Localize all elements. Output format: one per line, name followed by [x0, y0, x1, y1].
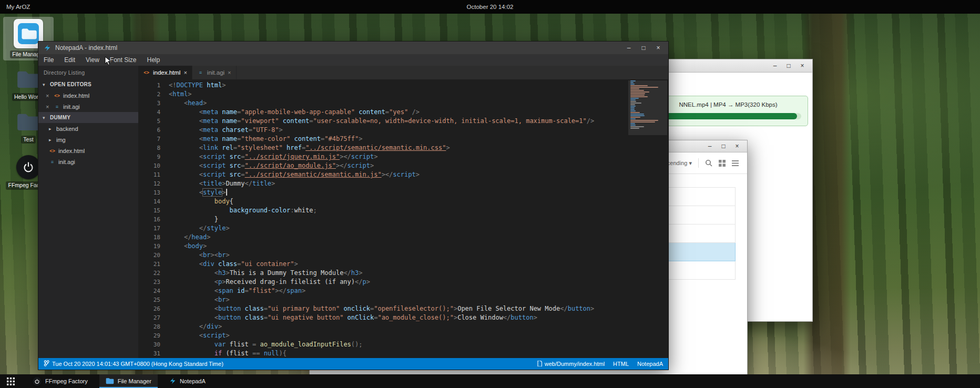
tab-label: init.agi: [207, 69, 224, 76]
code-text: <script src="../script/semantic/semantic…: [169, 170, 420, 179]
code-line: 7 <meta name="theme-color" content="#4b7…: [138, 135, 630, 144]
close-button[interactable]: ×: [651, 44, 665, 52]
code-text: <br><br>: [169, 251, 230, 260]
notepada-icon: [44, 44, 51, 52]
grid-view-icon[interactable]: [719, 160, 726, 167]
code-line: 2<html>: [138, 90, 630, 99]
tree-section-label: OPEN EDITORS: [50, 81, 91, 87]
code-text: <span id="flist"></span>: [169, 287, 305, 295]
chevron-right-icon: ▸: [49, 137, 54, 142]
code-line: 4 <meta name="apple-mobile-web-app-capab…: [138, 108, 630, 117]
tree-folder-backend[interactable]: ▸backend: [38, 123, 138, 134]
minimap-viewport[interactable]: [628, 80, 667, 135]
taskbar-item-label: File Manager: [118, 378, 151, 384]
line-number: 10: [138, 161, 169, 170]
code-text: <link rel="stylesheet" href="../script/s…: [169, 144, 450, 152]
code-line: 18 </head>: [138, 233, 630, 242]
line-number: 21: [138, 260, 169, 269]
tree-file-init-agi[interactable]: ≡init.agi: [38, 156, 138, 167]
tree-openfile-index-html[interactable]: ×<>index.html: [38, 90, 138, 101]
maximize-button[interactable]: □: [718, 142, 729, 150]
line-number: 31: [138, 349, 169, 358]
maximize-button[interactable]: □: [783, 62, 794, 69]
minimize-button[interactable]: –: [622, 44, 636, 52]
top-bar: My ArOZ October 20 14:02: [0, 0, 980, 14]
tree-openfile-init-agi[interactable]: ×≡init.agi: [38, 101, 138, 112]
open-file-path[interactable]: web/Dummy/index.html: [537, 361, 605, 367]
line-number: 18: [138, 233, 169, 242]
close-file-icon[interactable]: ×: [46, 104, 51, 110]
tree-folder-img[interactable]: ▸img: [38, 134, 138, 145]
tree-section-open-editors[interactable]: ▾OPEN EDITORS: [38, 79, 138, 90]
desktop-icon-label: Test: [21, 136, 35, 144]
minimap[interactable]: [630, 80, 662, 358]
tree-section-dummy[interactable]: ▾DUMMY: [38, 112, 138, 123]
taskbar-item-label: FFmpeg Factory: [45, 378, 88, 384]
code-text: <title>Dummy</title>: [169, 179, 275, 188]
line-number: 6: [138, 126, 169, 135]
line-number: 30: [138, 340, 169, 349]
menu-file[interactable]: File: [38, 54, 59, 66]
notepada-window[interactable]: NotepadA - index.html – □ × FileEditView…: [38, 41, 669, 370]
maximize-button[interactable]: □: [637, 44, 650, 52]
code-line: 30 var flist = ao_module_loadInputFiles(…: [138, 340, 630, 349]
taskbar-item-ffmpeg-factory[interactable]: FFmpeg Factory: [26, 374, 94, 388]
code-text: background-color:white;: [169, 206, 317, 215]
html-file-icon: <>: [143, 70, 150, 75]
code-line: 20 <br><br>: [138, 251, 630, 260]
folder-icon: [16, 70, 40, 91]
conversion-task-label: NNEL.mp4 | MP4 → MP3(320 Kbps): [655, 101, 801, 108]
code-line: 5 <meta name="viewport" content="user-sc…: [138, 117, 630, 126]
start-menu-button[interactable]: [0, 374, 21, 388]
close-tab-icon[interactable]: ×: [228, 69, 231, 76]
tab-init-agi[interactable]: ≡init.agi×: [192, 66, 237, 79]
menu-edit[interactable]: Edit: [59, 54, 80, 66]
line-number: 26: [138, 304, 169, 313]
code-line: 26 <button class="ui primary button" onc…: [138, 304, 630, 313]
agi-file-icon: ≡: [54, 104, 60, 109]
close-button[interactable]: ×: [731, 142, 743, 150]
line-number: 8: [138, 144, 169, 152]
taskbar-item-notepada[interactable]: NotepadA: [163, 374, 212, 388]
code-line: 12 <title>Dummy</title>: [138, 179, 630, 188]
line-number: 14: [138, 197, 169, 206]
code-text: }: [169, 215, 218, 224]
tree-file-index-html[interactable]: <>index.html: [38, 145, 138, 156]
line-number: 28: [138, 322, 169, 331]
menu-view[interactable]: View: [80, 54, 105, 66]
close-tab-icon[interactable]: ×: [183, 69, 187, 76]
notepada-titlebar[interactable]: NotepadA - index.html – □ ×: [38, 42, 668, 54]
code-text: <meta charset="UTF-8">: [169, 126, 283, 135]
line-number: 12: [138, 179, 169, 188]
power-icon: [16, 155, 40, 179]
explorer-panel: Directory Listing ▾OPEN EDITORS×<>index.…: [38, 66, 138, 358]
line-number: 25: [138, 295, 169, 304]
code-text: <script src="../script/ao_module.js"></s…: [169, 161, 374, 170]
code-text: <html>: [169, 90, 191, 99]
minimize-button[interactable]: –: [704, 142, 716, 150]
taskbar-item-file-manager[interactable]: File Manager: [99, 374, 158, 388]
language-mode[interactable]: HTML: [613, 361, 629, 367]
line-number: 20: [138, 251, 169, 260]
search-icon[interactable]: [705, 159, 712, 167]
code-text: if (flist == null){: [169, 349, 287, 358]
source-control-icon: [44, 360, 49, 367]
minimize-button[interactable]: –: [769, 62, 781, 69]
editor-status-bar: Tue Oct 20 2020 14:01:43 GMT+0800 (Hong …: [38, 358, 668, 370]
explorer-title: Directory Listing: [38, 66, 138, 79]
agi-file-icon: ≡: [49, 159, 56, 165]
code-text: <style>: [169, 188, 227, 197]
list-view-icon[interactable]: [732, 160, 739, 167]
folder-icon: [16, 113, 40, 134]
menu-help[interactable]: Help: [142, 54, 166, 66]
code-text: body{: [169, 197, 233, 206]
close-button[interactable]: ×: [797, 62, 808, 69]
explorer-tree: ▾OPEN EDITORS×<>index.html×≡init.agi▾DUM…: [38, 79, 138, 167]
code-editor[interactable]: 1<!DOCTYPE html>2<html>3 <head>4 <meta n…: [138, 79, 668, 358]
tree-item-label: index.html: [58, 148, 85, 154]
close-file-icon[interactable]: ×: [46, 93, 51, 99]
html-file-icon: <>: [49, 148, 56, 154]
tab-index-html[interactable]: <>index.html×: [138, 66, 192, 79]
line-number: 1: [138, 81, 169, 90]
code-line: 11 <script src="../script/semantic/seman…: [138, 170, 630, 179]
